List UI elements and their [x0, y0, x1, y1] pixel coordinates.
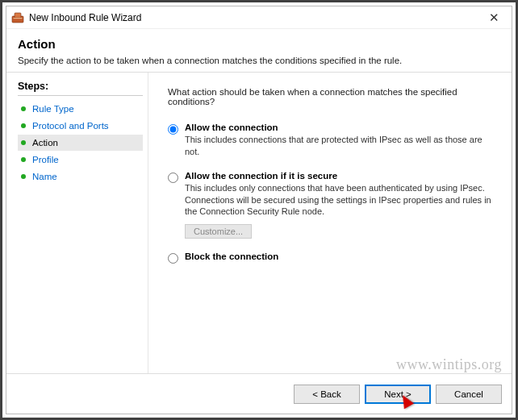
svg-rect-1: [15, 13, 21, 18]
svg-rect-2: [14, 18, 23, 19]
bullet-icon: [21, 157, 26, 162]
cancel-button[interactable]: Cancel: [436, 385, 502, 404]
step-profile[interactable]: Profile: [18, 152, 143, 168]
radio-allow-secure[interactable]: [168, 173, 178, 183]
step-label: Protocol and Ports: [32, 121, 109, 131]
back-button[interactable]: < Back: [294, 385, 360, 404]
wizard-header: Action Specify the action to be taken wh…: [6, 29, 512, 72]
app-icon: [11, 11, 24, 24]
option-block-connection[interactable]: Block the connection: [168, 252, 495, 264]
step-action[interactable]: Action: [18, 135, 143, 151]
option-allow-if-secure[interactable]: Allow the connection if it is secure Thi…: [168, 171, 495, 239]
wizard-window: New Inbound Rule Wizard ✕ Action Specify…: [6, 6, 512, 414]
step-label: Rule Type: [32, 104, 74, 114]
option-desc: This includes connections that are prote…: [185, 134, 495, 158]
bullet-icon: [21, 140, 26, 145]
bullet-icon: [21, 106, 26, 111]
page-title: Action: [18, 37, 500, 51]
bullet-icon: [21, 123, 26, 128]
step-label: Profile: [32, 155, 59, 164]
close-button[interactable]: ✕: [476, 6, 512, 29]
option-texts: Allow the connection if it is secure Thi…: [185, 171, 495, 239]
option-allow-connection[interactable]: Allow the connection This includes conne…: [168, 123, 495, 158]
radio-block[interactable]: [168, 253, 178, 264]
wizard-footer: < Back Next > Cancel: [6, 373, 512, 414]
content-panel: What action should be taken when a conne…: [148, 73, 512, 373]
option-texts: Allow the connection This includes conne…: [185, 123, 495, 158]
step-protocol-and-ports[interactable]: Protocol and Ports: [18, 118, 143, 134]
option-title: Allow the connection if it is secure: [185, 171, 495, 181]
option-texts: Block the connection: [185, 252, 495, 263]
titlebar: New Inbound Rule Wizard ✕: [6, 6, 512, 29]
step-name[interactable]: Name: [18, 168, 143, 185]
window-title: New Inbound Rule Wizard: [29, 12, 476, 23]
step-label: Name: [32, 172, 57, 181]
page-subtitle: Specify the action to be taken when a co…: [18, 56, 500, 65]
close-icon: ✕: [489, 10, 499, 25]
bullet-icon: [21, 174, 26, 179]
option-title: Block the connection: [185, 252, 495, 261]
next-button[interactable]: Next >: [365, 385, 431, 404]
question-text: What action should be taken when a conne…: [168, 87, 495, 106]
step-label: Action: [32, 138, 58, 148]
option-title: Allow the connection: [185, 123, 495, 132]
steps-label: Steps:: [18, 81, 143, 96]
customize-button: Customize...: [185, 224, 252, 239]
step-rule-type[interactable]: Rule Type: [18, 101, 143, 117]
wizard-body: Steps: Rule Type Protocol and Ports Acti…: [6, 72, 512, 373]
steps-panel: Steps: Rule Type Protocol and Ports Acti…: [6, 73, 148, 373]
option-desc: This includes only connections that have…: [185, 182, 495, 218]
radio-allow[interactable]: [168, 124, 178, 135]
